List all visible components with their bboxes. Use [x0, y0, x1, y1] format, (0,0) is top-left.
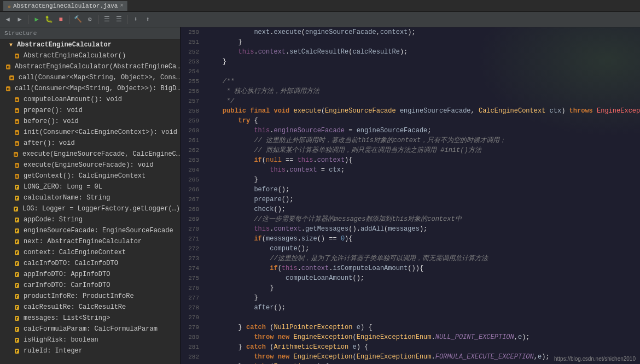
list-item[interactable]: f isHighRisk: boolean — [0, 334, 180, 345]
list-item[interactable]: m AbstractEngineCalculator() — [0, 50, 180, 61]
field-icon: f — [13, 325, 22, 333]
list-item[interactable]: m computeLoanAmount(): void — [0, 94, 180, 105]
stop-button[interactable]: ■ — [55, 14, 66, 25]
toolbar-separator-3 — [98, 15, 98, 24]
download-button[interactable]: ⬇ — [130, 14, 141, 25]
field-icon: f — [13, 183, 22, 191]
method-icon: m — [13, 161, 22, 169]
structure-header: Structure — [0, 27, 180, 39]
code-line-281: 281 } catch (ArithmeticException e) { — [181, 342, 640, 352]
list-item[interactable]: f LOG: Logger = LoggerFactory.getLogger(… — [0, 203, 180, 214]
method-icon: m — [13, 139, 22, 148]
code-table: 250 next.execute(engineSourceFacade,cont… — [181, 27, 640, 364]
tab-label: AbstractEngineCalculator.java — [13, 3, 118, 9]
field-icon: f — [13, 336, 22, 344]
class-icon: ▼ — [7, 40, 15, 49]
list-item[interactable]: f calcResultRe: CalcResultRe — [0, 302, 180, 313]
list-item[interactable]: f context: CalcEngineContext — [0, 247, 180, 258]
list-item[interactable]: m before(): void — [0, 116, 180, 127]
code-line-251: 251 } — [181, 37, 640, 47]
list-item[interactable]: f productInfoRe: ProductInfoRe — [0, 291, 180, 302]
close-tab-button[interactable]: × — [120, 3, 123, 9]
back-button[interactable]: ◀ — [2, 14, 13, 25]
list-item[interactable]: m getContext(): CalcEngineContext — [0, 171, 180, 181]
code-line-276: 276 } — [181, 283, 640, 293]
list-item[interactable]: f calculatorName: String — [0, 192, 180, 203]
method-icon: m — [13, 106, 22, 115]
list-item[interactable]: m AbstractEngineCalculator(AbstractEngin… — [0, 61, 180, 72]
field-icon: f — [13, 248, 22, 257]
code-line-265: 265 } — [181, 175, 640, 185]
build-button[interactable]: 🔨 — [72, 14, 83, 25]
file-tab[interactable]: ☕ AbstractEngineCalculator.java × — [3, 1, 128, 11]
code-line-273: 273 //这里控制，是为了允许计算器子类单独可以调用，而无需调用总计算方法 — [181, 254, 640, 263]
align-right-button[interactable]: ☰ — [113, 14, 124, 25]
field-icon: f — [12, 204, 21, 213]
debug-button[interactable]: 🐛 — [43, 14, 54, 25]
code-line-268: 268 check(); — [181, 204, 640, 214]
list-item[interactable]: m prepare(): void — [0, 105, 180, 116]
list-item[interactable]: m after(): void — [0, 138, 180, 149]
settings-button[interactable]: ⚙ — [84, 14, 95, 25]
java-icon: ☕ — [8, 3, 11, 9]
field-icon: f — [13, 226, 22, 235]
code-line-252: 252 this.context.setCalcResultRe(calcRes… — [181, 47, 640, 57]
field-icon: f — [13, 347, 22, 355]
list-item[interactable]: m execute(EngineSourceFacade): void — [0, 160, 180, 171]
code-line-272: 272 compute(); — [181, 244, 640, 254]
toolbar-separator-2 — [69, 15, 69, 24]
method-icon: m — [4, 84, 13, 93]
method-icon: m — [13, 51, 22, 60]
structure-label: Structure — [4, 30, 37, 37]
code-line-254: 254 — [181, 67, 640, 77]
field-icon: f — [13, 270, 22, 279]
list-item[interactable]: f calcFormulaParam: CalcFormulaParam — [0, 324, 180, 334]
list-item[interactable]: m execute(EngineSourceFacade, CalcEngine… — [0, 149, 180, 160]
field-icon: f — [13, 259, 22, 268]
field-icon: f — [13, 215, 22, 224]
forward-button[interactable]: ▶ — [14, 14, 25, 25]
list-item[interactable]: f appInfoDTO: AppInfoDTO — [0, 269, 180, 280]
list-item[interactable]: m call(Consumer<Map<String, Object>>, Co… — [0, 72, 180, 83]
upload-button[interactable]: ⬆ — [142, 14, 153, 25]
list-item[interactable]: f appCode: String — [0, 214, 180, 225]
list-item[interactable]: f ruleId: Integer — [0, 345, 180, 356]
code-line-270: 270 this.context.getMessages().addAll(me… — [181, 224, 640, 234]
tree-root[interactable]: ▼ AbstractEngineCalculator — [0, 39, 180, 50]
structure-panel: Structure ▼ AbstractEngineCalculator m A… — [0, 27, 181, 364]
list-item[interactable]: f LONG_ZERO: Long = 0L — [0, 181, 180, 192]
list-item[interactable]: m call(Consumer<Map<String, Object>>): B… — [0, 83, 180, 94]
code-line-264: 264 this.context = ctx; — [181, 165, 640, 175]
code-line-283: 283 } catch (Exception e) { — [181, 362, 640, 364]
align-left-button[interactable]: ☰ — [101, 14, 112, 25]
code-line-261: 261 // 这里防止外部调用时，篡改当前this对象的context，只有不为… — [181, 136, 640, 145]
toolbar-separator-4 — [127, 15, 127, 24]
field-icon: f — [13, 281, 22, 290]
code-line-263: 263 if(null == this.context){ — [181, 155, 640, 165]
list-item[interactable]: m init(Consumer<CalcEngineContext>): voi… — [0, 127, 180, 138]
list-item[interactable]: f calcInfoDTO: CalcInfoDTO — [0, 258, 180, 269]
list-item[interactable]: f next: AbstractEngineCalculator — [0, 236, 180, 247]
code-line-274: 274 if(this.context.isComputeLoanAmount(… — [181, 263, 640, 273]
code-editor[interactable]: 250 next.execute(engineSourceFacade,cont… — [181, 27, 640, 364]
code-line-253: 253 } — [181, 57, 640, 67]
code-line-271: 271 if(messages.size() == 0){ — [181, 234, 640, 244]
run-button[interactable]: ▶ — [31, 14, 42, 25]
list-item[interactable]: f messages: List<String> — [0, 313, 180, 324]
code-line-278: 278 after(); — [181, 303, 640, 313]
field-icon: f — [13, 292, 22, 301]
method-icon: m — [8, 73, 17, 82]
method-icon: m — [12, 150, 21, 158]
ide-toolbar: ◀ ▶ ▶ 🐛 ■ 🔨 ⚙ ☰ ☰ ⬇ ⬆ — [0, 12, 640, 27]
list-item[interactable]: f carInfoDTO: CarInfoDTO — [0, 280, 180, 291]
toolbar-separator-1 — [28, 15, 28, 24]
code-line-267: 267 prepare(); — [181, 195, 640, 204]
code-content[interactable]: 250 next.execute(engineSourceFacade,cont… — [181, 27, 640, 364]
code-line-277: 277 } — [181, 293, 640, 303]
method-icon: m — [13, 172, 22, 180]
list-item[interactable]: f engineSourceFacade: EngineSourceFacade — [0, 225, 180, 236]
main-layout: Structure ▼ AbstractEngineCalculator m A… — [0, 27, 640, 364]
code-line-257: 257 */ — [181, 96, 640, 106]
code-line-258: 258 public final void execute(EngineSour… — [181, 106, 640, 116]
watermark: https://blog.csdn.net/shichen2010 — [554, 356, 636, 362]
